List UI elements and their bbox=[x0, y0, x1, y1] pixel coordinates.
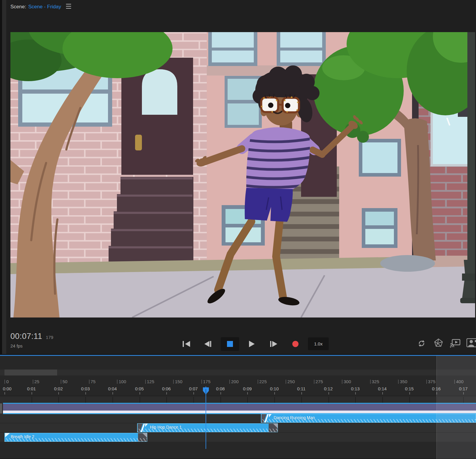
second-gridline bbox=[355, 397, 356, 403]
timecode-value: 00:07:11 bbox=[10, 332, 42, 341]
frame-tick bbox=[117, 380, 118, 384]
playback-speed-button[interactable]: 1.0x bbox=[308, 337, 329, 350]
frame-tick bbox=[61, 380, 61, 384]
hamburger-menu-icon[interactable] bbox=[66, 4, 71, 9]
scene-bar-strip bbox=[3, 411, 476, 413]
second-tick bbox=[112, 392, 113, 394]
time-tick-label: 0:02 bbox=[54, 386, 63, 391]
time-tick-label: 0:07 bbox=[189, 386, 198, 391]
scene-bar-fill bbox=[3, 404, 476, 411]
framerate-label: 24 fps bbox=[10, 343, 23, 348]
frame-tick-label: 350 bbox=[400, 379, 407, 384]
frame-tick bbox=[314, 380, 314, 384]
second-gridline bbox=[409, 397, 410, 403]
frame-tick-label: 75 bbox=[91, 379, 96, 384]
second-gridline bbox=[382, 397, 383, 403]
second-tick bbox=[301, 392, 302, 394]
stream-out-icon[interactable] bbox=[449, 339, 461, 349]
frame-tick-label: 50 bbox=[62, 379, 68, 384]
second-tick bbox=[4, 392, 5, 394]
scene-bar-grip[interactable] bbox=[0, 403, 2, 414]
second-gridline bbox=[193, 397, 194, 403]
behavior-bar-hip-hop-dance-1[interactable]: Hip Hop Dance 1 bbox=[137, 423, 278, 432]
scene-viewport-panel: Scene: Scene - Friday bbox=[0, 0, 476, 354]
beyond-scene-end-overlay bbox=[436, 356, 476, 459]
record-button[interactable] bbox=[292, 341, 299, 347]
playhead-line bbox=[206, 386, 206, 449]
frame-tick bbox=[342, 380, 342, 384]
play-button[interactable] bbox=[249, 340, 255, 348]
second-tick bbox=[274, 392, 275, 394]
frame-tick bbox=[258, 380, 258, 384]
frame-tick-label: 175 bbox=[203, 379, 211, 384]
behavior-bar-breath-idle-2[interactable]: Breath Idle 2 bbox=[4, 433, 147, 442]
step-forward-button[interactable] bbox=[270, 341, 278, 347]
stop-button[interactable] bbox=[221, 337, 239, 351]
bar-hatching bbox=[137, 429, 278, 432]
speed-value: 1.0x bbox=[314, 341, 322, 346]
frame-tick bbox=[201, 380, 202, 384]
panel-edge bbox=[0, 0, 2, 354]
timeline-panel: 0255075100125150175200225250275300325350… bbox=[0, 356, 476, 459]
frame-tick-label: 300 bbox=[344, 379, 351, 384]
second-tick bbox=[355, 392, 356, 394]
stage-artwork bbox=[10, 32, 475, 317]
second-tick bbox=[193, 392, 194, 394]
timeline-ruler[interactable]: 0255075100125150175200225250275300325350… bbox=[0, 356, 476, 396]
frame-tick-label: 0 bbox=[6, 379, 9, 384]
frame-tick-label: 225 bbox=[259, 379, 267, 384]
time-tick-label: 0:10 bbox=[270, 386, 279, 391]
time-tick-label: 0:14 bbox=[378, 386, 386, 391]
frame-number: 179 bbox=[46, 335, 53, 340]
time-tick-label: 0:12 bbox=[324, 386, 333, 391]
second-gridline bbox=[301, 397, 302, 403]
second-tick bbox=[166, 392, 167, 394]
skip-to-start-button[interactable] bbox=[182, 341, 190, 347]
frame-tick-label: 325 bbox=[372, 379, 379, 384]
second-gridline bbox=[32, 397, 32, 403]
scene-header: Scene: Scene - Friday bbox=[10, 3, 61, 11]
second-tick bbox=[220, 392, 221, 394]
frame-tick-label: 275 bbox=[316, 379, 323, 384]
second-gridline bbox=[58, 397, 59, 403]
audience-icon[interactable] bbox=[466, 338, 476, 348]
time-tick-label: 0:11 bbox=[297, 386, 306, 391]
frame-tick-label: 200 bbox=[231, 379, 239, 384]
time-tick-label: 0:06 bbox=[162, 386, 171, 391]
time-tick-label: 0:09 bbox=[243, 386, 252, 391]
frame-tick bbox=[426, 380, 427, 384]
bar-hatching bbox=[5, 438, 147, 441]
time-tick-label: 0:04 bbox=[108, 386, 117, 391]
panel-edge-strip bbox=[2, 0, 6, 354]
frame-tick bbox=[173, 380, 174, 384]
step-back-button[interactable] bbox=[204, 341, 212, 347]
time-tick-label: 0:13 bbox=[351, 386, 360, 391]
time-tick-label: 0:08 bbox=[216, 386, 225, 391]
frame-tick bbox=[4, 380, 5, 384]
second-gridline bbox=[140, 397, 140, 403]
second-gridline bbox=[85, 397, 86, 403]
frame-tick bbox=[229, 380, 230, 384]
second-gridline bbox=[166, 397, 167, 403]
scene-name-link[interactable]: Scene - Friday bbox=[28, 4, 61, 10]
second-tick bbox=[382, 392, 383, 394]
frame-tick bbox=[145, 380, 146, 384]
frame-tick-label: 150 bbox=[175, 379, 182, 384]
second-tick bbox=[409, 392, 410, 394]
scene-label: Scene: bbox=[10, 4, 26, 10]
second-gridline bbox=[274, 397, 275, 403]
second-gridline bbox=[112, 397, 113, 403]
second-tick bbox=[140, 392, 140, 394]
scene-duration-bar[interactable] bbox=[3, 403, 476, 414]
second-tick bbox=[32, 392, 32, 394]
mesh-icon[interactable] bbox=[434, 338, 443, 348]
playhead-marker[interactable] bbox=[203, 387, 209, 395]
second-tick bbox=[328, 392, 329, 394]
frame-tick bbox=[286, 380, 286, 384]
second-tick bbox=[85, 392, 86, 394]
sidewalk bbox=[10, 266, 475, 317]
time-tick-label: 0:05 bbox=[135, 386, 144, 391]
time-tick-label: 0:01 bbox=[27, 386, 36, 391]
frame-tick-label: 100 bbox=[119, 379, 126, 384]
sync-icon[interactable] bbox=[418, 339, 425, 348]
